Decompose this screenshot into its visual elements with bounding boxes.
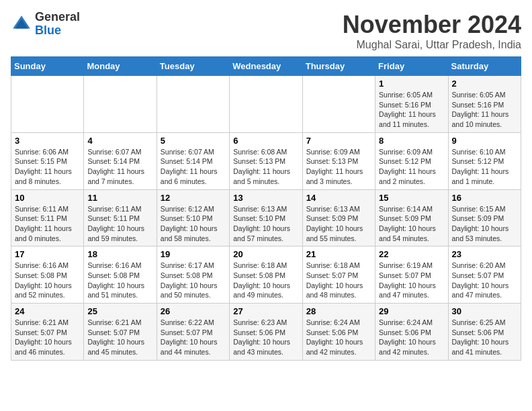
calendar-cell: 11Sunrise: 6:11 AM Sunset: 5:11 PM Dayli… [84, 189, 157, 246]
calendar-cell: 29Sunrise: 6:24 AM Sunset: 5:06 PM Dayli… [375, 304, 448, 361]
day-info: Sunrise: 6:16 AM Sunset: 5:08 PM Dayligh… [87, 261, 152, 300]
day-info: Sunrise: 6:14 AM Sunset: 5:09 PM Dayligh… [379, 204, 444, 244]
calendar-cell: 22Sunrise: 6:19 AM Sunset: 5:07 PM Dayli… [375, 246, 448, 304]
calendar-cell: 3Sunrise: 6:06 AM Sunset: 5:15 PM Daylig… [11, 132, 84, 189]
calendar-week-3: 10Sunrise: 6:11 AM Sunset: 5:11 PM Dayli… [11, 189, 521, 246]
day-number: 17 [15, 249, 80, 259]
calendar-cell: 6Sunrise: 6:08 AM Sunset: 5:13 PM Daylig… [230, 132, 302, 189]
logo-icon [11, 13, 32, 35]
calendar-cell: 1Sunrise: 6:05 AM Sunset: 5:16 PM Daylig… [375, 76, 448, 133]
calendar-cell: 14Sunrise: 6:13 AM Sunset: 5:09 PM Dayli… [302, 189, 375, 246]
logo-general: General [35, 10, 80, 24]
day-number: 15 [379, 193, 444, 203]
day-info: Sunrise: 6:10 AM Sunset: 5:12 PM Dayligh… [452, 147, 517, 187]
calendar-week-2: 3Sunrise: 6:06 AM Sunset: 5:15 PM Daylig… [11, 132, 521, 189]
day-number: 22 [379, 249, 444, 259]
calendar-cell: 18Sunrise: 6:16 AM Sunset: 5:08 PM Dayli… [84, 246, 157, 304]
day-info: Sunrise: 6:24 AM Sunset: 5:06 PM Dayligh… [306, 318, 371, 357]
calendar-cell: 4Sunrise: 6:07 AM Sunset: 5:14 PM Daylig… [84, 132, 157, 189]
day-info: Sunrise: 6:08 AM Sunset: 5:13 PM Dayligh… [233, 147, 298, 187]
logo-blue: Blue [35, 24, 61, 37]
calendar-cell: 13Sunrise: 6:13 AM Sunset: 5:10 PM Dayli… [230, 189, 302, 246]
day-info: Sunrise: 6:24 AM Sunset: 5:06 PM Dayligh… [379, 318, 444, 357]
day-info: Sunrise: 6:25 AM Sunset: 5:06 PM Dayligh… [452, 318, 517, 357]
calendar-cell: 9Sunrise: 6:10 AM Sunset: 5:12 PM Daylig… [448, 132, 521, 189]
day-info: Sunrise: 6:11 AM Sunset: 5:11 PM Dayligh… [87, 204, 152, 244]
day-number: 14 [306, 193, 371, 203]
day-number: 20 [233, 249, 298, 259]
calendar-cell [157, 76, 229, 133]
day-info: Sunrise: 6:18 AM Sunset: 5:08 PM Dayligh… [233, 261, 298, 300]
calendar-week-5: 24Sunrise: 6:21 AM Sunset: 5:07 PM Dayli… [11, 304, 521, 361]
logo: General Blue [11, 11, 80, 38]
calendar-cell [230, 76, 302, 133]
day-number: 26 [161, 306, 226, 316]
location: Mughal Sarai, Uttar Pradesh, India [343, 39, 521, 51]
day-info: Sunrise: 6:15 AM Sunset: 5:09 PM Dayligh… [452, 204, 517, 244]
calendar-cell: 7Sunrise: 6:09 AM Sunset: 5:13 PM Daylig… [302, 132, 375, 189]
day-info: Sunrise: 6:06 AM Sunset: 5:15 PM Dayligh… [15, 147, 80, 187]
day-number: 2 [452, 79, 517, 89]
calendar-cell: 2Sunrise: 6:05 AM Sunset: 5:16 PM Daylig… [448, 76, 521, 133]
day-info: Sunrise: 6:05 AM Sunset: 5:16 PM Dayligh… [452, 90, 517, 130]
day-number: 30 [452, 306, 517, 316]
day-number: 28 [306, 306, 371, 316]
calendar-cell: 27Sunrise: 6:23 AM Sunset: 5:06 PM Dayli… [230, 304, 302, 361]
day-number: 9 [452, 136, 517, 146]
calendar-cell [11, 76, 84, 133]
column-header-sunday: Sunday [11, 57, 84, 76]
logo-text: General Blue [35, 11, 80, 38]
day-info: Sunrise: 6:07 AM Sunset: 5:14 PM Dayligh… [161, 147, 226, 187]
calendar-cell: 21Sunrise: 6:18 AM Sunset: 5:07 PM Dayli… [302, 246, 375, 304]
day-info: Sunrise: 6:07 AM Sunset: 5:14 PM Dayligh… [87, 147, 152, 187]
day-number: 3 [15, 136, 80, 146]
day-number: 24 [15, 306, 80, 316]
calendar-cell: 10Sunrise: 6:11 AM Sunset: 5:11 PM Dayli… [11, 189, 84, 246]
day-number: 8 [379, 136, 444, 146]
day-number: 12 [161, 193, 226, 203]
calendar-header-row: SundayMondayTuesdayWednesdayThursdayFrid… [11, 57, 521, 76]
day-info: Sunrise: 6:05 AM Sunset: 5:16 PM Dayligh… [379, 90, 444, 130]
day-number: 21 [306, 249, 371, 259]
day-number: 6 [233, 136, 298, 146]
column-header-wednesday: Wednesday [230, 57, 302, 76]
day-number: 13 [233, 193, 298, 203]
day-info: Sunrise: 6:11 AM Sunset: 5:11 PM Dayligh… [15, 204, 80, 244]
day-info: Sunrise: 6:22 AM Sunset: 5:07 PM Dayligh… [161, 318, 226, 357]
day-info: Sunrise: 6:13 AM Sunset: 5:09 PM Dayligh… [306, 204, 371, 244]
calendar-week-4: 17Sunrise: 6:16 AM Sunset: 5:08 PM Dayli… [11, 246, 521, 304]
day-info: Sunrise: 6:18 AM Sunset: 5:07 PM Dayligh… [306, 261, 371, 300]
calendar-table: SundayMondayTuesdayWednesdayThursdayFrid… [11, 56, 521, 361]
day-info: Sunrise: 6:17 AM Sunset: 5:08 PM Dayligh… [161, 261, 226, 300]
day-info: Sunrise: 6:20 AM Sunset: 5:07 PM Dayligh… [452, 261, 517, 300]
day-info: Sunrise: 6:21 AM Sunset: 5:07 PM Dayligh… [15, 318, 80, 357]
column-header-monday: Monday [84, 57, 157, 76]
calendar-cell: 20Sunrise: 6:18 AM Sunset: 5:08 PM Dayli… [230, 246, 302, 304]
month-title: November 2024 [343, 11, 521, 39]
day-number: 27 [233, 306, 298, 316]
day-number: 1 [379, 79, 444, 89]
calendar-cell: 16Sunrise: 6:15 AM Sunset: 5:09 PM Dayli… [448, 189, 521, 246]
calendar-cell: 5Sunrise: 6:07 AM Sunset: 5:14 PM Daylig… [157, 132, 229, 189]
calendar-cell: 8Sunrise: 6:09 AM Sunset: 5:12 PM Daylig… [375, 132, 448, 189]
calendar-cell: 15Sunrise: 6:14 AM Sunset: 5:09 PM Dayli… [375, 189, 448, 246]
calendar-cell: 23Sunrise: 6:20 AM Sunset: 5:07 PM Dayli… [448, 246, 521, 304]
day-number: 18 [87, 249, 152, 259]
day-info: Sunrise: 6:12 AM Sunset: 5:10 PM Dayligh… [161, 204, 226, 244]
day-info: Sunrise: 6:09 AM Sunset: 5:13 PM Dayligh… [306, 147, 371, 187]
calendar-cell [84, 76, 157, 133]
calendar-cell: 30Sunrise: 6:25 AM Sunset: 5:06 PM Dayli… [448, 304, 521, 361]
day-number: 16 [452, 193, 517, 203]
column-header-friday: Friday [375, 57, 448, 76]
page-header: General Blue November 2024 Mughal Sarai,… [11, 11, 521, 51]
calendar-cell: 17Sunrise: 6:16 AM Sunset: 5:08 PM Dayli… [11, 246, 84, 304]
day-info: Sunrise: 6:19 AM Sunset: 5:07 PM Dayligh… [379, 261, 444, 300]
day-number: 7 [306, 136, 371, 146]
day-number: 19 [161, 249, 226, 259]
calendar-week-1: 1Sunrise: 6:05 AM Sunset: 5:16 PM Daylig… [11, 76, 521, 133]
calendar-cell: 19Sunrise: 6:17 AM Sunset: 5:08 PM Dayli… [157, 246, 229, 304]
day-info: Sunrise: 6:09 AM Sunset: 5:12 PM Dayligh… [379, 147, 444, 187]
day-number: 25 [87, 306, 152, 316]
calendar-cell: 24Sunrise: 6:21 AM Sunset: 5:07 PM Dayli… [11, 304, 84, 361]
title-block: November 2024 Mughal Sarai, Uttar Prades… [343, 11, 521, 51]
